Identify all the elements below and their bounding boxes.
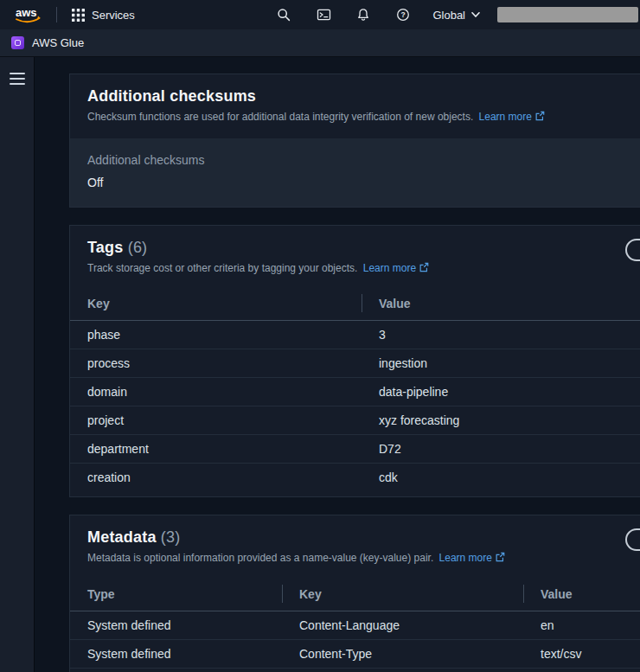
services-menu-button[interactable]: Services [67, 5, 140, 25]
menu-toggle-button[interactable] [8, 68, 27, 92]
cell-value: data-pipeline [362, 378, 640, 406]
aws-glue-icon [11, 36, 24, 49]
services-grid-icon [72, 9, 85, 22]
cell-value: en [523, 611, 640, 639]
table-row: projectxyz forecasting [70, 406, 640, 435]
cell-key: project [70, 406, 362, 435]
table-row: creationcdk [70, 464, 640, 492]
cell-value: D72 [362, 435, 640, 464]
account-menu-redacted[interactable] [497, 7, 638, 22]
learn-more-link[interactable]: Learn more [479, 111, 545, 123]
table-row: domaindata-pipeline [70, 378, 640, 406]
metadata-table: Type Key Value System definedContent-Lan… [70, 579, 640, 672]
bell-icon [356, 8, 370, 22]
section-title: Additional checksums [87, 87, 640, 106]
cell-key: process [70, 349, 362, 378]
column-header-key: Key [282, 579, 523, 611]
checksums-content: Additional checksums Off [70, 138, 640, 207]
cell-value: xyz forecasting [362, 406, 640, 435]
checksums-field-label: Additional checksums [87, 153, 640, 167]
external-link-icon [495, 552, 505, 562]
top-navigation: aws Services [0, 0, 640, 29]
table-row: processingestion [70, 349, 640, 378]
nav-divider [56, 7, 57, 22]
checksums-field-value: Off [87, 176, 640, 189]
cell-type: System defined [70, 639, 282, 668]
edit-tags-button[interactable] [625, 239, 640, 261]
service-breadcrumb-bar: AWS Glue [0, 29, 640, 57]
panel-header: Additional checksums Checksum functions … [70, 74, 640, 138]
help-button[interactable]: ? [391, 3, 415, 27]
tags-table: Key Value phase3 processingestion domain… [70, 289, 640, 491]
region-label: Global [432, 9, 465, 22]
column-header-type: Type [70, 579, 282, 611]
column-header-key: Key [70, 289, 362, 321]
section-description: Metadata is optional information provide… [87, 552, 640, 566]
metadata-count: (3) [161, 528, 181, 546]
region-selector[interactable]: Global [431, 9, 482, 22]
tags-panel: Tags (6) Track storage cost or other cri… [69, 225, 640, 498]
table-row: phase3 [70, 321, 640, 349]
table-header-row: Key Value [70, 289, 640, 321]
aws-logo[interactable]: aws [10, 5, 47, 24]
section-title: Metadata (3) [87, 528, 640, 547]
services-label: Services [92, 9, 135, 22]
panel-header: Metadata (3) Metadata is optional inform… [70, 515, 640, 579]
search-icon [277, 8, 291, 22]
help-icon: ? [396, 8, 410, 22]
cell-key: domain [70, 378, 362, 406]
tags-count: (6) [128, 239, 148, 256]
cell-type: System defined [70, 611, 282, 639]
learn-more-link[interactable]: Learn more [439, 552, 505, 564]
cell-value: text/csv [523, 639, 640, 668]
section-description: Track storage cost or other criteria by … [87, 262, 640, 276]
table-row: System definedExpires2023-05-05 [70, 668, 640, 672]
table-row: System definedContent-Typetext/csv [70, 639, 640, 668]
cell-type: System defined [70, 668, 282, 672]
column-header-value: Value [362, 289, 640, 321]
external-link-icon [534, 111, 545, 121]
cell-value: 2023-05-05 [523, 668, 640, 672]
cell-key: Expires [282, 668, 523, 672]
additional-checksums-panel: Additional checksums Checksum functions … [69, 74, 640, 208]
cell-value: cdk [362, 464, 640, 492]
cell-key: phase [70, 321, 362, 349]
notifications-button[interactable] [351, 3, 375, 27]
cell-value: 3 [362, 321, 640, 349]
cell-key: creation [70, 464, 362, 492]
search-button[interactable] [272, 3, 296, 27]
svg-text:?: ? [401, 10, 406, 19]
table-row: System definedContent-Languageen [70, 611, 640, 639]
hamburger-icon [10, 72, 25, 86]
cell-key: Content-Language [282, 611, 523, 639]
cell-key: Content-Type [282, 639, 523, 668]
cloudshell-terminal-icon [317, 8, 331, 22]
section-title: Tags (6) [87, 239, 640, 257]
column-header-value: Value [523, 579, 640, 611]
metadata-panel: Metadata (3) Metadata is optional inform… [69, 515, 640, 672]
panel-header: Tags (6) Track storage cost or other cri… [70, 226, 640, 290]
aws-logo-icon: aws [14, 5, 43, 24]
cell-value: ingestion [362, 349, 640, 378]
svg-text:aws: aws [16, 6, 37, 19]
cloudshell-button[interactable] [311, 3, 336, 27]
topnav-right-group: ? Global [272, 3, 638, 27]
external-link-icon [419, 262, 429, 272]
edit-metadata-button[interactable] [625, 528, 640, 551]
side-navigation [0, 57, 35, 672]
cell-key: department [70, 435, 362, 464]
learn-more-link[interactable]: Learn more [363, 262, 429, 274]
section-description: Checksum functions are used for addition… [87, 111, 640, 125]
main-content: Additional checksums Checksum functions … [35, 57, 640, 672]
table-header-row: Type Key Value [70, 579, 640, 611]
table-row: departmentD72 [70, 435, 640, 464]
app-title[interactable]: AWS Glue [32, 36, 84, 49]
chevron-down-icon [471, 12, 480, 17]
